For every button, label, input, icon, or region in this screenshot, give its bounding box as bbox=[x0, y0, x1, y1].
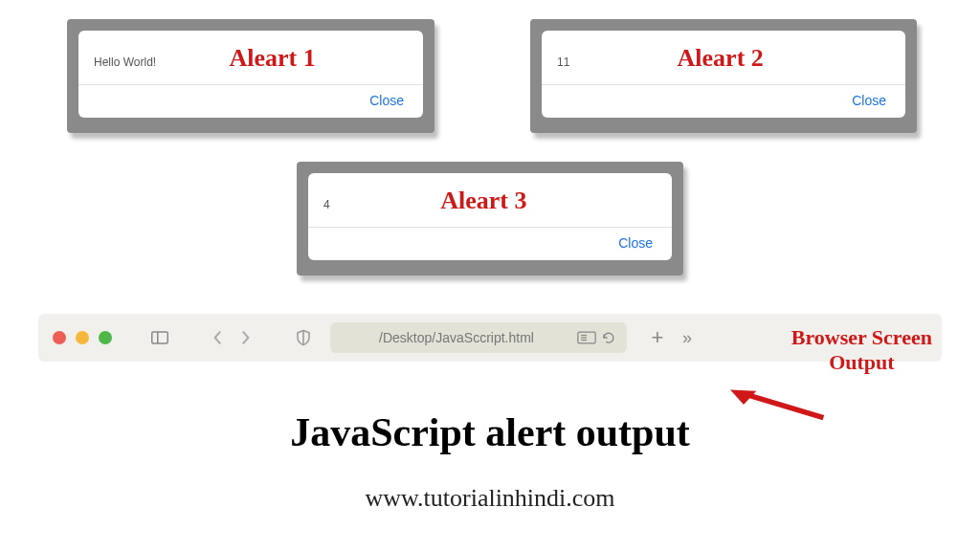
alert-1-footer: Close bbox=[78, 85, 423, 118]
alert-3-close-button[interactable]: Close bbox=[618, 235, 653, 251]
alert-3-box: 4 Aleart 3 Close bbox=[308, 173, 672, 260]
maximize-window-icon[interactable] bbox=[99, 331, 112, 344]
alerts-top-row: Hello World! Aleart 1 Close 11 Aleart 2 … bbox=[0, 0, 980, 133]
alert-2-label: Aleart 2 bbox=[658, 44, 802, 73]
alert-1-backdrop: Hello World! Aleart 1 Close bbox=[67, 19, 434, 133]
alert-1-message: Hello World! bbox=[94, 55, 156, 69]
alert-3-row: 4 Aleart 3 Close bbox=[0, 162, 980, 276]
alert-1-box: Hello World! Aleart 1 Close bbox=[78, 31, 423, 118]
site-url: www.tutorialinhindi.com bbox=[0, 484, 980, 513]
back-icon[interactable] bbox=[208, 328, 227, 347]
shield-icon[interactable] bbox=[294, 328, 313, 347]
sidebar-toggle-icon[interactable] bbox=[150, 328, 169, 347]
alert-2-message: 11 bbox=[557, 55, 569, 69]
alert-2-close-button[interactable]: Close bbox=[852, 93, 886, 108]
close-window-icon[interactable] bbox=[53, 331, 66, 344]
alert-1-container: Hello World! Aleart 1 Close bbox=[67, 19, 434, 133]
alert-3-content: 4 Aleart 3 bbox=[308, 173, 672, 228]
reload-icon[interactable] bbox=[602, 331, 615, 344]
page-heading: JavaScript alert output bbox=[0, 409, 980, 455]
forward-icon[interactable] bbox=[236, 328, 256, 347]
alert-2-footer: Close bbox=[542, 85, 905, 118]
alert-1-label: Aleart 1 bbox=[210, 44, 353, 73]
alert-3-backdrop: 4 Aleart 3 Close bbox=[297, 162, 683, 276]
alert-3-container: 4 Aleart 3 Close bbox=[297, 162, 683, 276]
alert-3-footer: Close bbox=[308, 228, 672, 260]
annotation-label: Browser Screen Output bbox=[791, 325, 932, 376]
url-field[interactable]: /Desktop/JavaSccript.html bbox=[330, 322, 627, 353]
url-text: /Desktop/JavaSccript.html bbox=[342, 330, 571, 345]
alert-3-label: Aleart 3 bbox=[421, 187, 565, 215]
alert-1-content: Hello World! Aleart 1 bbox=[78, 31, 423, 85]
annotation-line2: Output bbox=[791, 350, 932, 375]
alert-2-content: 11 Aleart 2 bbox=[542, 31, 905, 85]
alert-1-close-button[interactable]: Close bbox=[369, 93, 404, 108]
overflow-icon[interactable]: » bbox=[677, 328, 696, 347]
svg-rect-0 bbox=[152, 332, 168, 343]
alert-2-backdrop: 11 Aleart 2 Close bbox=[530, 19, 917, 133]
browser-output-area: JavaScript alert output www.tutorialinhi… bbox=[0, 409, 980, 513]
svg-marker-8 bbox=[728, 379, 757, 407]
alert-2-box: 11 Aleart 2 Close bbox=[542, 31, 905, 118]
new-tab-icon[interactable]: + bbox=[648, 328, 667, 347]
alert-2-container: 11 Aleart 2 Close bbox=[530, 19, 917, 133]
annotation-line1: Browser Screen bbox=[791, 325, 932, 350]
minimize-window-icon[interactable] bbox=[76, 331, 89, 344]
alert-3-message: 4 bbox=[323, 198, 330, 211]
reader-icon bbox=[577, 331, 596, 344]
